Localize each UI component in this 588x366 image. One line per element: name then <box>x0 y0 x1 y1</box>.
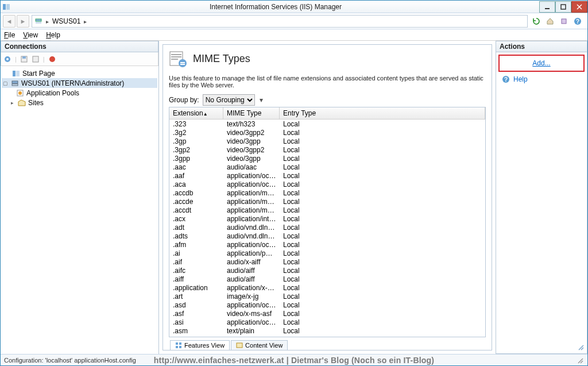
svg-rect-24 <box>171 59 178 60</box>
connections-panel: Connections | | Start Page ▢ WSUS01 ( <box>1 41 159 354</box>
svg-rect-0 <box>3 4 6 10</box>
svg-rect-23 <box>171 56 181 57</box>
tree-app-pools[interactable]: Application Pools <box>2 88 157 98</box>
feature-description: Use this feature to manage the list of f… <box>169 75 486 88</box>
svg-rect-15 <box>13 71 16 76</box>
svg-point-20 <box>18 91 22 95</box>
table-row[interactable]: .asrvideo/x-ms-asfLocal <box>169 335 485 337</box>
groupby-label: Group by: <box>169 96 199 104</box>
col-entry-type[interactable]: Entry Type <box>280 107 485 119</box>
svg-rect-32 <box>237 343 242 348</box>
col-mime-type[interactable]: MIME Type <box>223 107 280 119</box>
table-row[interactable]: .aiffaudio/aiffLocal <box>169 275 485 283</box>
menu-view[interactable]: View <box>23 31 38 39</box>
grid-body[interactable]: .323text/h323Local.3g2video/3gpp2Local.3… <box>169 120 485 337</box>
status-bar: Configuration: 'localhost' applicationHo… <box>1 354 587 365</box>
stop-icon[interactable] <box>48 55 56 63</box>
svg-rect-29 <box>179 342 181 345</box>
svg-rect-3 <box>561 5 566 9</box>
svg-rect-5 <box>36 22 41 24</box>
start-page-icon <box>11 69 21 78</box>
actions-header: Actions <box>496 41 587 52</box>
help-icon: ? <box>502 75 510 83</box>
app-icon <box>1 3 12 11</box>
nav-forward-button[interactable]: ► <box>17 15 29 28</box>
table-row[interactable]: .applicationapplication/x-ms-...Local <box>169 283 485 292</box>
close-button[interactable] <box>571 1 587 13</box>
groupby-select[interactable]: No Grouping <box>203 94 255 106</box>
maximize-button[interactable] <box>555 1 571 13</box>
breadcrumb-server[interactable]: WSUS01 <box>52 17 80 25</box>
table-row[interactable]: .asdapplication/octet-...Local <box>169 300 485 309</box>
svg-rect-27 <box>180 64 185 65</box>
svg-rect-4 <box>36 19 41 21</box>
save-icon[interactable] <box>20 55 28 63</box>
table-row[interactable]: .3gppvideo/3gppLocal <box>169 154 485 163</box>
table-row[interactable]: .aifcaudio/aiffLocal <box>169 266 485 275</box>
col-extension[interactable]: Extension▲ <box>169 107 223 119</box>
nav-back-button[interactable]: ◄ <box>3 15 16 28</box>
svg-rect-16 <box>16 71 20 76</box>
table-row[interactable]: .acxapplication/intern...Local <box>169 214 485 223</box>
menu-bar: File View Help <box>1 29 587 41</box>
table-row[interactable]: .asiapplication/octet-...Local <box>169 318 485 326</box>
table-row[interactable]: .accdeapplication/msacc...Local <box>169 197 485 206</box>
refresh-icon[interactable] <box>32 55 40 63</box>
svg-rect-18 <box>12 84 18 86</box>
table-row[interactable]: .3gp2video/3gpp2Local <box>169 145 485 154</box>
table-row[interactable]: .accdbapplication/msacc...Local <box>169 188 485 197</box>
content-panel: MIME Types Use this feature to manage th… <box>159 41 496 354</box>
table-row[interactable]: .artimage/x-jgLocal <box>169 292 485 300</box>
table-row[interactable]: .adtaudio/vnd.dlna.adtsLocal <box>169 223 485 232</box>
tree-start-page[interactable]: Start Page <box>2 68 157 78</box>
home-icon[interactable] <box>544 15 556 28</box>
tab-content-view[interactable]: Content View <box>231 340 288 350</box>
table-row[interactable]: .asmtext/plainLocal <box>169 326 485 335</box>
svg-point-14 <box>49 56 55 62</box>
groupby-dropdown-icon[interactable]: ▾ <box>258 96 264 104</box>
table-row[interactable]: .acaapplication/octet-...Local <box>169 180 485 188</box>
menu-help[interactable]: Help <box>46 31 60 39</box>
status-config: Configuration: 'localhost' applicationHo… <box>4 357 136 364</box>
svg-text:?: ? <box>504 76 508 83</box>
table-row[interactable]: .323text/h323Local <box>169 120 485 128</box>
svg-text:?: ? <box>576 18 579 25</box>
connections-tree[interactable]: Start Page ▢ WSUS01 (INTERN\Administrato… <box>1 66 158 354</box>
svg-rect-1 <box>6 4 10 10</box>
table-row[interactable]: .adtsaudio/vnd.dlna.adtsLocal <box>169 232 485 240</box>
resize-grip-icon[interactable] <box>577 343 585 351</box>
menu-file[interactable]: File <box>4 31 15 39</box>
tab-features-view[interactable]: Features View <box>170 340 230 350</box>
feature-title: MIME Types <box>193 53 250 65</box>
refresh-all-icon[interactable] <box>530 15 543 28</box>
svg-rect-31 <box>179 346 181 348</box>
minimize-button[interactable] <box>539 1 555 13</box>
table-row[interactable]: .aifaudio/x-aiffLocal <box>169 257 485 266</box>
status-grip-icon <box>576 356 584 364</box>
table-row[interactable]: .afmapplication/octet-...Local <box>169 240 485 249</box>
table-row[interactable]: .aafapplication/octet-...Local <box>169 171 485 180</box>
svg-rect-13 <box>33 56 38 62</box>
sites-icon <box>17 98 26 107</box>
tree-sites[interactable]: ▸ Sites <box>2 98 157 107</box>
breadcrumb[interactable]: WSUS01 <box>32 15 528 28</box>
features-view-icon <box>175 342 182 349</box>
connect-icon[interactable] <box>3 55 11 63</box>
action-add[interactable]: Add... <box>500 57 583 70</box>
svg-rect-2 <box>545 8 550 9</box>
table-row[interactable]: .3g2video/3gpp2Local <box>169 128 485 137</box>
server-icon <box>34 17 42 25</box>
content-view-icon <box>236 342 243 349</box>
table-row[interactable]: .3gpvideo/3gppLocal <box>169 137 485 145</box>
svg-rect-17 <box>12 81 18 83</box>
tree-server-node[interactable]: ▢ WSUS01 (INTERN\Administrator) <box>2 78 157 88</box>
table-row[interactable]: .aiapplication/postsc...Local <box>169 249 485 257</box>
svg-rect-28 <box>176 342 178 345</box>
table-row[interactable]: .accdtapplication/msacc...Local <box>169 206 485 214</box>
action-help[interactable]: ? Help <box>500 75 583 83</box>
table-row[interactable]: .aacaudio/aacLocal <box>169 163 485 171</box>
tool-icon[interactable] <box>558 15 570 28</box>
connections-toolbar: | | <box>1 52 158 66</box>
table-row[interactable]: .asfvideo/x-ms-asfLocal <box>169 309 485 318</box>
help-icon[interactable]: ? <box>571 15 584 28</box>
